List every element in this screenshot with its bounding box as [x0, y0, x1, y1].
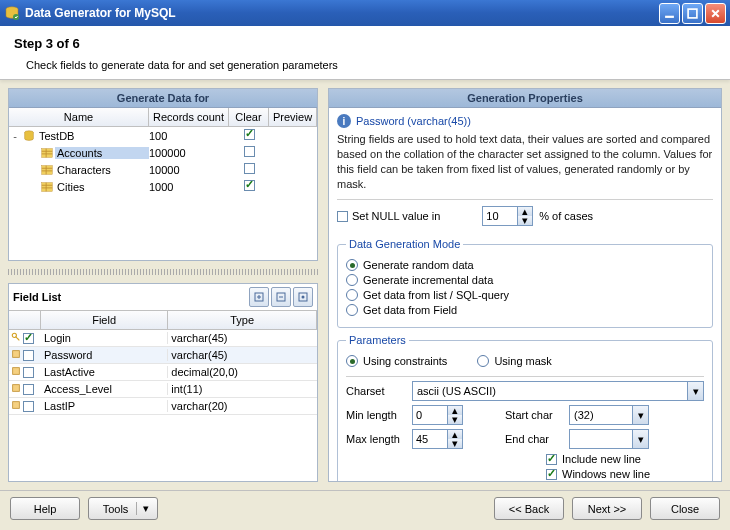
field-list-panel: Field List Field Type Loginvarchar(45)Pa… [8, 283, 318, 482]
maxlen-spinner[interactable]: ▴▾ [412, 429, 463, 449]
col-records[interactable]: Records count [149, 108, 229, 126]
window-title: Data Generator for MySQL [25, 6, 657, 20]
field-name: Password [41, 349, 168, 361]
include-newline-label: Include new line [562, 453, 641, 465]
maxlen-input[interactable] [413, 431, 447, 447]
mode-radio[interactable] [346, 274, 358, 286]
help-button[interactable]: Help [10, 497, 80, 520]
col-preview[interactable]: Preview [269, 108, 317, 126]
col-name[interactable]: Name [9, 108, 149, 126]
field-tool-1[interactable] [249, 287, 269, 307]
field-row[interactable]: LastActivedecimal(20,0) [9, 364, 317, 381]
clear-checkbox[interactable] [244, 146, 255, 157]
startchar-value: (32) [570, 409, 632, 421]
app-icon [4, 5, 20, 21]
mode-radio[interactable] [346, 304, 358, 316]
field-row[interactable]: Loginvarchar(45) [9, 330, 317, 347]
table-icon [39, 163, 55, 177]
tools-button[interactable]: Tools▾ [88, 497, 158, 520]
field-checkbox[interactable] [23, 350, 34, 361]
minlen-input[interactable] [413, 407, 447, 423]
tree-body: -TestDB100Accounts100000Characters10000C… [9, 127, 317, 260]
next-button[interactable]: Next >> [572, 497, 642, 520]
svg-rect-23 [13, 368, 20, 375]
clear-checkbox[interactable] [244, 129, 255, 140]
field-tool-3[interactable] [293, 287, 313, 307]
tree-label: TestDB [37, 130, 149, 142]
col-clear[interactable]: Clear [229, 108, 269, 126]
null-suffix: % of cases [539, 210, 593, 222]
dropdown-icon: ▾ [632, 406, 648, 424]
mode-radio[interactable] [346, 289, 358, 301]
tree-records[interactable]: 100000 [149, 147, 229, 159]
expand-icon[interactable]: - [9, 130, 21, 142]
field-grid-header: Field Type [9, 311, 317, 330]
mode-label: Get data from Field [363, 304, 457, 316]
param-mode-label: Using mask [494, 355, 551, 367]
param-mode-radio[interactable] [477, 355, 489, 367]
tree-row[interactable]: Characters10000 [9, 161, 317, 178]
parameters-group: Parameters Using constraintsUsing mask C… [337, 334, 713, 481]
field-row[interactable]: LastIPvarchar(20) [9, 398, 317, 415]
step-banner: Step 3 of 6 Check fields to generate dat… [0, 26, 730, 80]
col-field[interactable]: Field [41, 311, 168, 329]
field-type: decimal(20,0) [168, 366, 317, 378]
windows-newline-checkbox[interactable] [546, 469, 557, 480]
close-button[interactable] [705, 3, 726, 24]
spin-down-icon[interactable]: ▾ [518, 216, 532, 225]
tree-records[interactable]: 100 [149, 130, 229, 142]
col-type[interactable]: Type [168, 311, 317, 329]
field-name: Login [41, 332, 168, 344]
minlen-spinner[interactable]: ▴▾ [412, 405, 463, 425]
mode-radio[interactable] [346, 259, 358, 271]
column-icon [11, 366, 21, 378]
tree-label: Cities [55, 181, 149, 193]
tree-row[interactable]: Accounts100000 [9, 144, 317, 161]
titlebar: Data Generator for MySQL [0, 0, 730, 26]
step-label: Step 3 of 6 [14, 36, 716, 51]
maximize-button[interactable] [682, 3, 703, 24]
endchar-label: End char [505, 433, 563, 445]
charset-value: ascii (US ASCII) [413, 385, 687, 397]
null-checkbox[interactable] [337, 211, 348, 222]
mode-label: Generate random data [363, 259, 474, 271]
database-icon [21, 129, 37, 143]
field-checkbox[interactable] [23, 384, 34, 395]
field-tool-2[interactable] [271, 287, 291, 307]
null-percent-input[interactable] [483, 208, 517, 224]
field-row[interactable]: Access_Levelint(11) [9, 381, 317, 398]
field-checkbox[interactable] [23, 367, 34, 378]
null-percent-spinner[interactable]: ▴▾ [482, 206, 533, 226]
field-checkbox[interactable] [23, 401, 34, 412]
svg-rect-24 [13, 385, 20, 392]
tree-records[interactable]: 1000 [149, 181, 229, 193]
tree-row[interactable]: -TestDB100 [9, 127, 317, 144]
endchar-select[interactable]: ▾ [569, 429, 649, 449]
field-row[interactable]: Passwordvarchar(45) [9, 347, 317, 364]
close-dialog-button[interactable]: Close [650, 497, 720, 520]
step-desc: Check fields to generate data for and se… [26, 59, 716, 71]
clear-checkbox[interactable] [244, 180, 255, 191]
charset-select[interactable]: ascii (US ASCII) ▾ [412, 381, 704, 401]
generate-data-panel: Generate Data for Name Records count Cle… [8, 88, 318, 261]
svg-point-1 [13, 14, 19, 20]
startchar-select[interactable]: (32) ▾ [569, 405, 649, 425]
svg-rect-3 [688, 9, 697, 18]
parameters-legend: Parameters [346, 334, 409, 346]
include-newline-checkbox[interactable] [546, 454, 557, 465]
svg-rect-2 [665, 15, 674, 17]
clear-checkbox[interactable] [244, 163, 255, 174]
minimize-button[interactable] [659, 3, 680, 24]
field-list-title: Field List [13, 291, 249, 303]
tree-records[interactable]: 10000 [149, 164, 229, 176]
info-icon: i [337, 114, 351, 128]
back-button[interactable]: << Back [494, 497, 564, 520]
windows-newline-label: Windows new line [562, 468, 650, 480]
splitter[interactable] [8, 269, 318, 275]
field-checkbox[interactable] [23, 333, 34, 344]
column-icon [11, 400, 21, 412]
tree-row[interactable]: Cities1000 [9, 178, 317, 195]
maxlen-label: Max length [346, 433, 406, 445]
param-mode-radio[interactable] [346, 355, 358, 367]
svg-rect-9 [42, 165, 53, 174]
